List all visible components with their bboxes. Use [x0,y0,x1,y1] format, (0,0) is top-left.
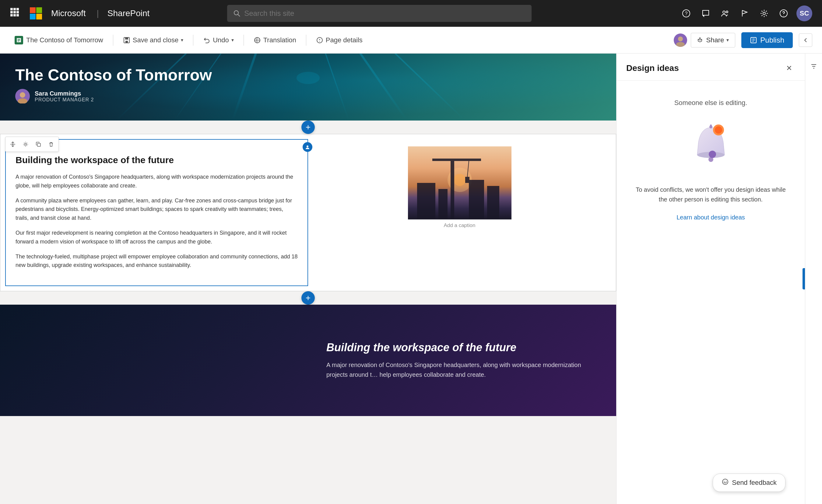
people-icon[interactable] [719,7,732,20]
search-bar[interactable] [227,5,531,22]
image-caption: Add a caption [444,222,475,228]
svg-point-47 [20,92,25,98]
hero-author-name: Sara Cummings [35,90,94,97]
company-name: Microsoft [51,9,86,18]
add-section-btn-bottom[interactable]: + [0,291,616,305]
user-avatar[interactable]: SC [796,5,812,21]
svg-rect-68 [469,190,484,191]
publish-label: Publish [760,36,784,44]
svg-rect-11 [30,14,36,19]
page-tab-label: The Contoso of Tomorrow [26,36,103,44]
learn-design-ideas-link[interactable]: Learn about design ideas [677,214,745,221]
flag-icon[interactable] [738,7,751,20]
send-feedback-button[interactable]: Send feedback [713,474,785,492]
settings-icon[interactable] [758,7,771,20]
svg-rect-4 [13,11,16,13]
add-section-circle-bottom[interactable]: + [301,291,315,305]
svg-rect-3 [10,11,13,13]
svg-rect-9 [30,7,36,13]
edit-indicator [303,142,312,152]
page-tab[interactable]: The Contoso of Tomorrow [10,33,108,47]
svg-point-51 [307,145,308,147]
page-toolbar: The Contoso of Tomorrow Save and close ▾… [0,27,822,54]
hero-title: The Contoso of Tomorrow [0,54,616,89]
save-close-label: Save and close [133,36,178,44]
panel-accent-bar[interactable] [803,268,805,290]
svg-rect-0 [10,8,13,10]
share-button[interactable]: Share ▾ [691,33,736,47]
search-input[interactable] [244,9,525,18]
share-icon [697,37,704,43]
article-image[interactable] [408,146,511,219]
content-para-2: A community plaza where employees can ga… [16,196,298,222]
svg-rect-2 [16,8,19,10]
svg-rect-62 [469,180,484,219]
toolbar-left: The Contoso of Tomorrow Save and close ▾… [10,33,674,47]
toolbar-divider-3 [244,35,244,46]
svg-point-48 [18,98,27,103]
svg-rect-65 [417,192,435,193]
translation-button[interactable]: Translation [249,33,301,47]
section-move-btn[interactable] [7,138,19,150]
dark-section-text: A major renovation of Contoso's Singapor… [326,360,601,380]
svg-rect-63 [487,186,499,219]
svg-rect-57 [432,160,444,161]
side-rail-filter-btn[interactable] [807,60,820,73]
design-panel-close[interactable]: ✕ [783,62,795,74]
svg-rect-75 [710,124,712,127]
hero-author: Sara Cummings PRODUCT MANAGER 2 [0,89,616,103]
svg-point-19 [763,12,765,15]
collapse-panel-button[interactable] [799,33,812,47]
share-label: Share [706,36,724,44]
svg-rect-64 [417,186,435,187]
save-close-button[interactable]: Save and close ▾ [118,33,188,47]
content-para-3: Our first major redevelopment is nearing… [16,228,298,246]
add-section-circle-top[interactable]: + [301,120,315,134]
question-icon[interactable] [777,7,790,20]
dark-section: Building the workspace of the future A m… [0,305,616,416]
svg-point-54 [454,174,466,186]
section-settings-btn[interactable] [19,138,32,150]
svg-point-18 [726,11,728,13]
section-duplicate-btn[interactable] [32,138,44,150]
svg-rect-60 [417,183,435,219]
send-feedback-label: Send feedback [732,479,777,487]
save-icon [123,36,130,44]
page-tab-icon [15,36,23,44]
design-panel: Design ideas ✕ Someone else is editing. [616,54,805,504]
share-dropdown-icon[interactable]: ▾ [726,37,729,43]
svg-point-32 [678,36,683,41]
content-para-4: The technology-fueled, multiphase projec… [16,252,298,270]
share-avatar [674,33,687,47]
microsoft-logo[interactable] [29,7,43,20]
toolbar-right: Share ▾ Publish [674,32,812,48]
svg-rect-6 [10,14,13,16]
text-column[interactable]: Building the workspace of the future A m… [5,139,308,286]
undo-button[interactable]: Undo ▾ [198,33,239,47]
page-canvas[interactable]: The Contoso of Tomorrow Sara Cummings PR… [0,54,616,504]
svg-point-78 [726,481,726,481]
svg-point-49 [25,143,26,145]
page-details-button[interactable]: Page details [311,33,367,47]
svg-rect-8 [16,14,19,16]
undo-icon [203,36,211,44]
publish-button[interactable]: Publish [741,32,793,48]
hero-section: The Contoso of Tomorrow Sara Cummings PR… [0,54,616,120]
feedback-icon [722,478,729,487]
svg-point-31 [319,41,320,42]
nav-separator: | [97,9,99,18]
save-close-dropdown-icon[interactable]: ▾ [181,37,183,43]
section-delete-btn[interactable] [45,138,57,150]
app-grid-icon[interactable] [10,7,19,20]
svg-rect-1 [13,8,16,10]
svg-rect-26 [125,37,128,40]
content-section: Building the workspace of the future A m… [0,134,616,291]
chat-icon[interactable] [699,7,712,20]
undo-dropdown-icon[interactable]: ▾ [232,37,234,43]
svg-line-14 [238,14,240,16]
svg-rect-27 [125,41,128,43]
help-icon[interactable]: ? [680,7,693,20]
add-section-btn-top[interactable]: + [0,120,616,134]
hero-author-title: PRODUCT MANAGER 2 [35,97,94,102]
svg-rect-5 [16,11,19,13]
